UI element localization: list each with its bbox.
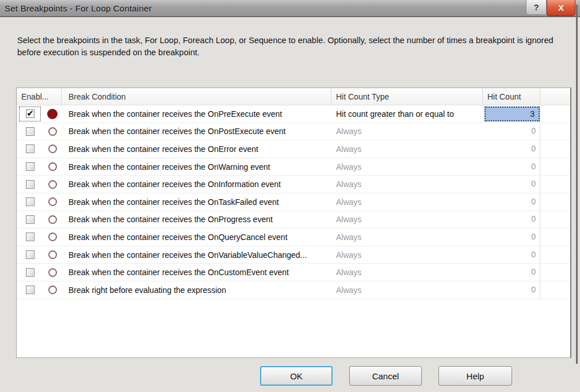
hit-count-cell[interactable]: 0 [483, 176, 540, 193]
breakpoint-icon-cell [43, 123, 62, 140]
breakpoint-icon [48, 250, 57, 259]
cancel-button[interactable]: Cancel [349, 366, 422, 386]
hit-count-value[interactable]: 0 [484, 283, 540, 297]
hit-count-value[interactable]: 0 [484, 177, 540, 191]
column-header-hit-count: Hit Count [483, 88, 540, 105]
hit-count-cell[interactable]: 0 [483, 123, 540, 140]
titlebar-help-button[interactable]: ? [526, 0, 547, 15]
enabled-cell: ✔ [17, 176, 43, 193]
enabled-checkbox[interactable]: ✔ [26, 144, 35, 153]
column-header-enabled: Enabl... [17, 88, 62, 105]
hit-count-cell[interactable]: 3 [483, 105, 540, 123]
hit-count-value[interactable]: 3 [484, 106, 540, 121]
hit-count-cell[interactable]: 0 [483, 193, 540, 211]
breakpoint-icon-cell [43, 211, 62, 229]
hit-count-type-cell[interactable]: Always [331, 197, 483, 207]
breakpoint-icon [48, 144, 57, 153]
close-icon: X [558, 3, 564, 13]
hit-count-type-cell[interactable]: Always [331, 233, 483, 242]
question-icon: ? [533, 2, 539, 12]
hit-count-value[interactable]: 0 [484, 124, 540, 138]
enabled-cell: ✔ [17, 281, 43, 299]
breakpoint-row[interactable]: ✔ Break when the container receives the … [17, 105, 570, 123]
breakpoints-grid: Enabl... Break Condition Hit Count Type … [16, 87, 571, 358]
enabled-checkbox[interactable]: ✔ [26, 268, 35, 277]
break-condition-cell: Break when the container receives the On… [62, 109, 331, 119]
hit-count-cell[interactable]: 0 [483, 158, 540, 176]
breakpoint-icon-cell [43, 105, 62, 123]
enabled-checkbox[interactable]: ✔ [26, 286, 35, 294]
hit-count-value[interactable]: 0 [484, 230, 540, 244]
breakpoint-icon-cell [43, 193, 62, 211]
hit-count-value[interactable]: 0 [484, 195, 540, 209]
hit-count-cell[interactable]: 0 [483, 229, 540, 246]
hit-count-value[interactable]: 0 [484, 248, 540, 262]
enabled-cell: ✔ [17, 246, 43, 264]
breakpoint-row[interactable]: ✔ Break when the container receives the … [17, 229, 570, 246]
checkbox-focus-frame: ✔ [19, 177, 41, 192]
breakpoint-row[interactable]: ✔ Break when the container receives the … [17, 176, 570, 193]
grid-header-row: Enabl... Break Condition Hit Count Type … [17, 88, 570, 105]
checkbox-focus-frame: ✔ [19, 283, 41, 298]
hit-count-value[interactable]: 0 [484, 160, 540, 174]
enabled-cell: ✔ [17, 193, 43, 211]
breakpoint-row[interactable]: ✔ Break when the container receives the … [17, 140, 570, 158]
breakpoint-row[interactable]: ✔ Break right before evaluating the expr… [17, 281, 570, 299]
breakpoint-icon-cell [43, 176, 62, 193]
hit-count-cell[interactable]: 0 [483, 281, 540, 299]
breakpoint-icon-cell [43, 246, 62, 264]
checkbox-focus-frame: ✔ [19, 159, 41, 174]
checkbox-focus-frame: ✔ [19, 106, 41, 121]
hit-count-type-cell[interactable]: Always [331, 180, 483, 189]
enabled-cell: ✔ [17, 264, 43, 281]
breakpoint-icon-cell [43, 281, 62, 299]
titlebar-close-button[interactable]: X [547, 0, 575, 16]
hit-count-cell[interactable]: 0 [483, 264, 540, 281]
window-right-edge [576, 5, 578, 364]
breakpoint-row[interactable]: ✔ Break when the container receives the … [17, 123, 570, 141]
dialog-instructions: Select the breakpoints in the task, For … [17, 35, 558, 58]
breakpoint-icon [48, 197, 57, 206]
breakpoint-row[interactable]: ✔ Break when the container receives the … [17, 193, 570, 211]
hit-count-type-cell[interactable]: Always [331, 162, 483, 172]
checkbox-focus-frame: ✔ [19, 142, 41, 157]
hit-count-cell[interactable]: 0 [483, 246, 540, 264]
enabled-checkbox[interactable]: ✔ [26, 180, 35, 189]
enabled-checkbox[interactable]: ✔ [26, 250, 35, 259]
enabled-checkbox[interactable]: ✔ [26, 215, 35, 224]
enabled-checkbox[interactable]: ✔ [26, 197, 35, 206]
hit-count-cell[interactable]: 0 [483, 211, 540, 229]
column-header-hit-count-type: Hit Count Type [331, 88, 483, 105]
breakpoint-row[interactable]: ✔ Break when the container receives the … [17, 264, 570, 281]
enabled-cell: ✔ [17, 158, 43, 176]
hit-count-value[interactable]: 0 [484, 212, 540, 226]
breakpoint-row[interactable]: ✔ Break when the container receives the … [17, 246, 570, 264]
hit-count-type-cell[interactable]: Always [331, 268, 483, 277]
hit-count-type-cell[interactable]: Always [331, 144, 483, 154]
break-condition-cell: Break when the container receives the On… [62, 127, 331, 136]
enabled-checkbox[interactable]: ✔ [26, 233, 35, 241]
breakpoint-row[interactable]: ✔ Break when the container receives the … [17, 211, 570, 229]
hit-count-type-cell[interactable]: Always [331, 250, 483, 260]
hit-count-value[interactable]: 0 [484, 265, 540, 279]
breakpoint-icon-cell [43, 229, 62, 246]
enabled-cell: ✔ [17, 140, 43, 158]
title-bar[interactable]: Set Breakpoints - For Loop Container ? X [0, 0, 580, 17]
checkbox-focus-frame: ✔ [19, 195, 41, 210]
ok-button[interactable]: OK [260, 366, 333, 386]
breakpoint-row[interactable]: ✔ Break when the container receives the … [17, 158, 570, 176]
break-condition-cell: Break when the container receives the On… [62, 144, 331, 154]
hit-count-type-cell[interactable]: Always [331, 127, 483, 136]
breakpoint-icon-cell [43, 140, 62, 158]
hit-count-type-cell[interactable]: Always [331, 215, 483, 224]
help-button[interactable]: Help [438, 366, 512, 386]
hit-count-cell[interactable]: 0 [483, 140, 540, 158]
hit-count-type-cell[interactable]: Always [331, 286, 483, 295]
enabled-checkbox[interactable]: ✔ [26, 127, 35, 136]
hit-count-type-cell[interactable]: Hit count greater than or equal to [331, 109, 483, 119]
enabled-checkbox[interactable]: ✔ [26, 109, 35, 118]
hit-count-value[interactable]: 0 [484, 142, 540, 156]
enabled-cell: ✔ [17, 123, 43, 140]
breakpoint-icon [48, 268, 57, 277]
enabled-checkbox[interactable]: ✔ [26, 162, 35, 171]
